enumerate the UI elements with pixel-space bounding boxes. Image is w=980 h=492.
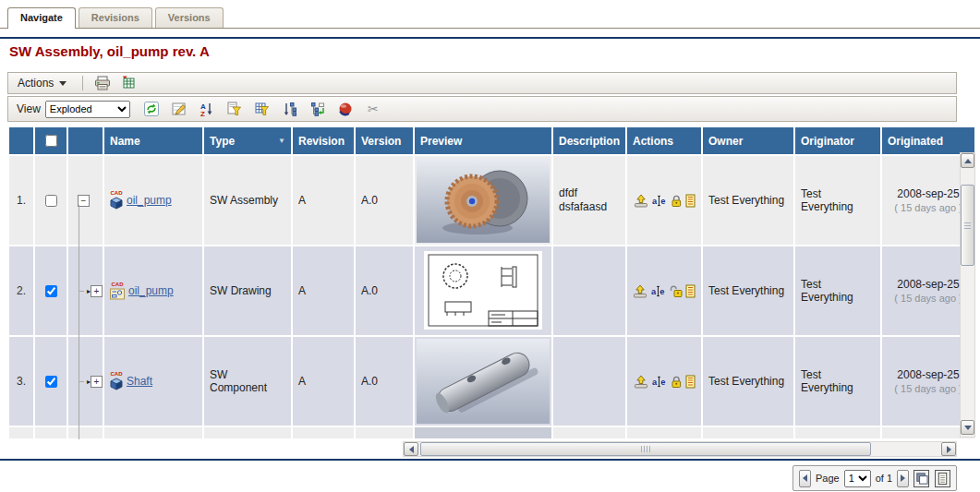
owner-cell: Test Everything bbox=[703, 337, 793, 426]
cad-part-icon: CAD bbox=[110, 191, 123, 210]
rename-icon[interactable]: a e bbox=[651, 376, 667, 388]
refresh-button[interactable] bbox=[141, 100, 162, 118]
type-cell: SW Component bbox=[204, 337, 291, 426]
details-icon[interactable] bbox=[685, 194, 696, 208]
sort-structure-button[interactable] bbox=[280, 100, 300, 118]
tab-revisions[interactable]: Revisions bbox=[79, 7, 152, 28]
customize-tools-button[interactable]: ✂ bbox=[363, 100, 383, 118]
display-sphere-icon bbox=[338, 102, 353, 116]
revision-cell: A bbox=[293, 156, 354, 245]
display-sphere-button[interactable] bbox=[335, 100, 356, 118]
svg-text:e: e bbox=[660, 197, 665, 206]
expand-toggle[interactable]: + bbox=[91, 376, 103, 388]
tab-navigate[interactable]: Navigate bbox=[7, 7, 76, 29]
edit-table-button[interactable] bbox=[169, 100, 189, 118]
rename-icon[interactable]: a e bbox=[651, 195, 667, 207]
description-cell bbox=[553, 246, 625, 335]
cad-part-icon: CAD bbox=[110, 372, 123, 390]
view-select[interactable]: Exploded bbox=[45, 101, 130, 118]
page-select[interactable]: 1 bbox=[844, 470, 871, 487]
row-checkbox[interactable] bbox=[45, 376, 57, 388]
printable-view-button[interactable] bbox=[935, 470, 950, 487]
tab-label: Revisions bbox=[91, 12, 139, 23]
prev-page-button[interactable] bbox=[799, 470, 811, 487]
scroll-down-button[interactable] bbox=[961, 420, 974, 435]
export-table-icon bbox=[121, 76, 136, 90]
bottom-rule bbox=[0, 459, 980, 461]
next-page-button[interactable] bbox=[897, 470, 909, 487]
type-cell: SW Drawing bbox=[204, 246, 291, 335]
up-arrow-icon bbox=[964, 159, 972, 163]
horizontal-scroll-thumb[interactable] bbox=[420, 442, 871, 456]
checkout-icon[interactable] bbox=[633, 284, 647, 298]
horizontal-scroll-track[interactable] bbox=[418, 442, 941, 456]
object-link[interactable]: oil_pump bbox=[128, 284, 174, 297]
structure-numbering-button[interactable] bbox=[308, 100, 328, 118]
print-button[interactable] bbox=[92, 74, 113, 92]
select-all-checkbox[interactable] bbox=[45, 135, 57, 147]
scroll-up-button[interactable] bbox=[961, 153, 974, 168]
details-icon[interactable] bbox=[685, 375, 696, 389]
header-revision[interactable]: Revision bbox=[293, 127, 354, 154]
owner-cell: Test Everything bbox=[703, 246, 793, 335]
filter-document-button[interactable] bbox=[224, 100, 245, 118]
object-link[interactable]: Shaft bbox=[127, 375, 152, 388]
tab-versions[interactable]: Versions bbox=[155, 7, 224, 28]
collapse-toggle[interactable]: − bbox=[78, 195, 90, 207]
scroll-left-button[interactable] bbox=[404, 442, 418, 456]
row-checkbox[interactable] bbox=[45, 195, 57, 207]
header-actions[interactable]: Actions bbox=[627, 127, 701, 154]
printer-icon bbox=[94, 76, 111, 90]
preview-image bbox=[417, 158, 550, 243]
windows-icon bbox=[914, 472, 928, 486]
name-cell: CAD Shaft bbox=[104, 337, 202, 426]
rename-icon[interactable]: a e bbox=[650, 285, 666, 297]
header-owner[interactable]: Owner bbox=[703, 127, 793, 154]
header-label: Originator bbox=[801, 135, 854, 148]
lock-icon[interactable] bbox=[670, 375, 683, 389]
header-type[interactable]: ▼Type bbox=[204, 127, 291, 154]
svg-text:Z: Z bbox=[200, 110, 205, 117]
tree-cell: − bbox=[68, 156, 103, 245]
table-horizontal-scrollbar bbox=[403, 441, 957, 457]
header-preview[interactable]: Preview bbox=[415, 127, 551, 154]
expand-toggle[interactable]: + bbox=[91, 285, 103, 297]
open-new-window-button[interactable] bbox=[913, 470, 929, 487]
right-arrow-icon bbox=[947, 446, 951, 453]
originator-cell: Test Everything bbox=[795, 337, 880, 426]
header-version[interactable]: Version bbox=[356, 127, 413, 154]
top-rule bbox=[0, 37, 980, 39]
table-vertical-scrollbar bbox=[960, 152, 975, 438]
header-originator[interactable]: Originator bbox=[795, 127, 880, 154]
header-name[interactable]: Name bbox=[104, 127, 202, 154]
table-header-row: Name ▼Type Revision Version Preview Desc… bbox=[9, 127, 974, 154]
header-description[interactable]: Description bbox=[553, 127, 625, 154]
unlock-icon[interactable] bbox=[669, 284, 683, 298]
export-table-button[interactable] bbox=[118, 74, 139, 92]
left-arrow-icon bbox=[409, 446, 414, 453]
header-label: Description bbox=[559, 135, 620, 148]
sort-button[interactable]: A Z bbox=[197, 100, 217, 118]
header-select-all bbox=[35, 127, 67, 154]
page-count-label: of 1 bbox=[876, 473, 892, 484]
header-label: Type bbox=[210, 135, 235, 148]
vertical-scroll-track[interactable] bbox=[961, 168, 974, 420]
structure-table: Name ▼Type Revision Version Preview Desc… bbox=[7, 126, 976, 440]
details-icon[interactable] bbox=[685, 284, 696, 298]
vertical-scroll-thumb[interactable] bbox=[961, 185, 974, 266]
dropdown-caret-icon bbox=[59, 81, 67, 86]
header-originated[interactable]: Originated bbox=[882, 127, 974, 154]
owner-cell: Test Everything bbox=[703, 156, 793, 245]
originator-cell: Test Everything bbox=[795, 156, 880, 245]
originator-cell: Test Everything bbox=[795, 246, 880, 335]
header-label: Owner bbox=[708, 135, 743, 148]
checkout-icon[interactable] bbox=[634, 375, 648, 389]
object-link[interactable]: oil_pump bbox=[127, 194, 172, 207]
checkout-icon[interactable] bbox=[634, 194, 648, 208]
sort-structure-icon bbox=[283, 102, 297, 116]
actions-menu-button[interactable]: Actions bbox=[8, 77, 76, 90]
filter-table-button[interactable] bbox=[252, 100, 272, 118]
scroll-right-button[interactable] bbox=[941, 442, 956, 456]
row-checkbox[interactable] bbox=[45, 285, 57, 297]
lock-icon[interactable] bbox=[670, 194, 683, 208]
